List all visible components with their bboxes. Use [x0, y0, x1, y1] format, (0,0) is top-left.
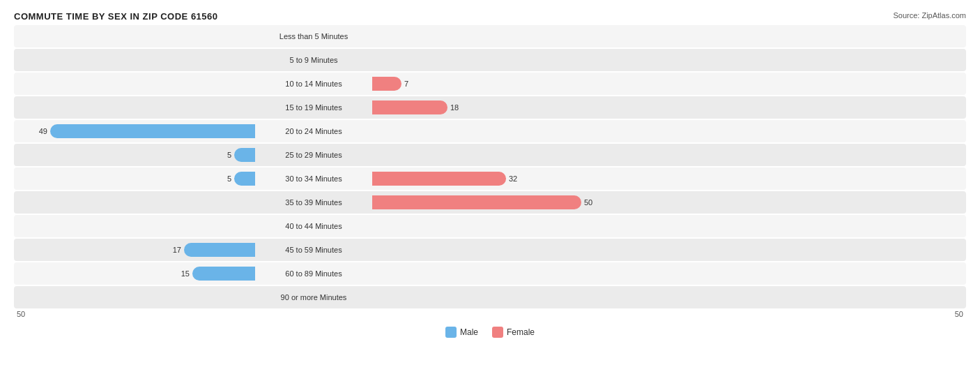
row-label: 60 to 89 Minutes: [258, 269, 369, 278]
left-section: [14, 195, 258, 209]
chart-title: COMMUTE TIME BY SEX IN ZIP CODE 61560: [14, 11, 218, 22]
chart-row: 40 to 44 Minutes: [14, 215, 966, 237]
chart-row: 15 to 19 Minutes 18: [14, 96, 966, 119]
right-section: [369, 53, 613, 67]
row-label: 25 to 29 Minutes: [258, 151, 369, 159]
left-section: [14, 77, 258, 91]
legend-female-box: [492, 327, 503, 338]
row-label: 30 to 34 Minutes: [258, 174, 369, 183]
chart-row: 35 to 39 Minutes 50: [14, 191, 966, 214]
chart-row: 5 to 9 Minutes: [14, 49, 966, 71]
bar-female-empty: [372, 29, 581, 43]
chart-row: 17 45 to 59 Minutes: [14, 239, 966, 261]
chart-row: 49 20 to 24 Minutes: [14, 120, 966, 142]
chart-container: COMMUTE TIME BY SEX IN ZIP CODE 61560 So…: [14, 11, 966, 338]
legend-male: Male: [445, 327, 478, 338]
legend: Male Female: [14, 327, 966, 338]
bar-male-empty: [46, 29, 255, 43]
bar-female-empty: [372, 148, 581, 162]
bar-female-empty: [372, 53, 581, 67]
row-label: 20 to 24 Minutes: [258, 127, 369, 135]
bar-female-empty: [372, 124, 581, 138]
chart-row: Less than 5 Minutes: [14, 25, 966, 47]
bar-female-empty: [372, 267, 581, 281]
row-label: 15 to 19 Minutes: [258, 103, 369, 112]
right-section: [369, 29, 613, 43]
right-section: 32: [369, 172, 613, 186]
chart-area: Less than 5 Minutes 5 to 9 Minutes 10 to…: [14, 25, 966, 308]
bar-female: [372, 100, 447, 114]
left-section: 49: [14, 124, 258, 138]
row-label: Less than 5 Minutes: [258, 32, 369, 40]
chart-row: 15 60 to 89 Minutes: [14, 262, 966, 285]
female-value: 18: [450, 103, 464, 112]
right-section: 50: [369, 195, 613, 209]
male-value: 15: [176, 269, 190, 278]
left-section: 5: [14, 148, 258, 162]
left-section: [14, 219, 258, 233]
bar-female-empty: [372, 219, 581, 233]
bar-male-empty: [46, 100, 255, 114]
legend-male-box: [445, 327, 457, 338]
source-label: Source: ZipAtlas.com: [893, 11, 966, 20]
legend-male-label: Male: [460, 327, 478, 337]
bar-male-empty: [46, 77, 255, 91]
female-value: 50: [584, 198, 598, 207]
right-section: 18: [369, 100, 613, 114]
bar-female: [372, 77, 401, 91]
right-section: [369, 290, 613, 304]
chart-row: 5 30 to 34 Minutes 32: [14, 167, 966, 190]
row-label: 40 to 44 Minutes: [258, 222, 369, 230]
right-section: 7: [369, 77, 613, 91]
bar-male-empty: [46, 195, 255, 209]
right-section: [369, 148, 613, 162]
right-section: [369, 267, 613, 281]
left-section: 5: [14, 172, 258, 186]
male-value: 5: [217, 151, 231, 159]
bar-female-empty: [372, 290, 581, 304]
left-section: 15: [14, 267, 258, 281]
right-section: [369, 124, 613, 138]
left-section: [14, 100, 258, 114]
bar-female: [372, 195, 581, 209]
left-section: [14, 53, 258, 67]
left-section: [14, 290, 258, 304]
male-value: 49: [33, 127, 47, 135]
row-label: 90 or more Minutes: [258, 293, 369, 301]
bar-female-empty: [372, 243, 581, 257]
left-section: 17: [14, 243, 258, 257]
bar-female: [372, 172, 506, 186]
right-section: [369, 219, 613, 233]
bar-male-empty: [46, 53, 255, 67]
chart-row: 90 or more Minutes: [14, 286, 966, 308]
bar-male: [184, 243, 255, 257]
bar-male-empty: [46, 219, 255, 233]
row-label: 45 to 59 Minutes: [258, 246, 369, 254]
bar-male: [50, 124, 255, 138]
bar-male-empty: [46, 290, 255, 304]
axis-right: 50: [722, 310, 966, 318]
male-value: 5: [217, 174, 231, 183]
chart-row: 10 to 14 Minutes 7: [14, 73, 966, 95]
row-label: 10 to 14 Minutes: [258, 80, 369, 88]
left-section: [14, 29, 258, 43]
axis-left: 50: [14, 310, 258, 318]
female-value: 32: [509, 174, 523, 183]
chart-row: 5 25 to 29 Minutes: [14, 144, 966, 166]
bar-male: [234, 148, 255, 162]
bar-male: [234, 172, 255, 186]
legend-female: Female: [492, 327, 535, 338]
row-label: 35 to 39 Minutes: [258, 198, 369, 207]
female-value: 7: [404, 80, 418, 88]
legend-female-label: Female: [507, 327, 535, 337]
bar-male: [192, 267, 255, 281]
right-section: [369, 243, 613, 257]
male-value: 17: [167, 246, 181, 254]
row-label: 5 to 9 Minutes: [258, 56, 369, 64]
